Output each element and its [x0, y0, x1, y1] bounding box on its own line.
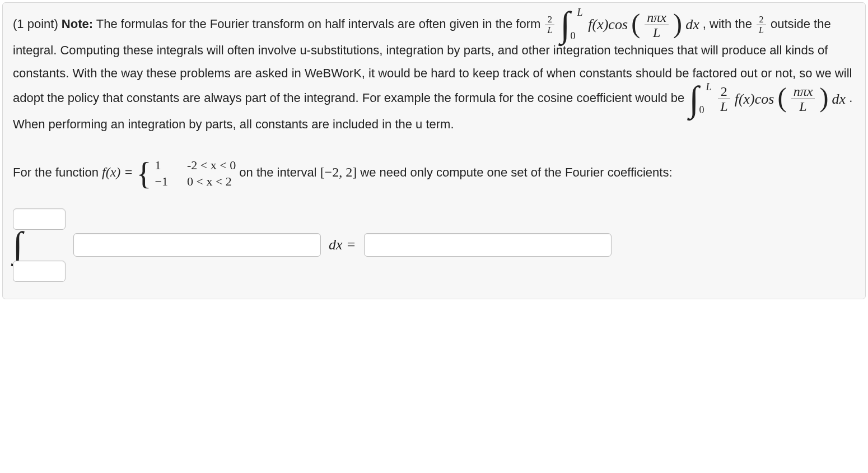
left-paren-icon: ( [778, 98, 787, 101]
fraction-2L-inside: 2 L [717, 85, 731, 113]
dx-equals-label: dx = [329, 231, 356, 258]
right-paren-icon: ) [673, 24, 682, 27]
fraction-2L-inline: 2 L [755, 15, 767, 35]
answer-row: ∫ dx = [13, 208, 855, 281]
question-tail-2: we need only compute one set of the Four… [357, 165, 672, 179]
piecewise-conditions: -2 < x < 0 0 < x < 2 [187, 157, 236, 189]
lower-limit-input[interactable] [13, 261, 66, 282]
integral-limits-inputs: ∫ [13, 208, 66, 281]
fraction-npix-L: nπx L [643, 11, 670, 39]
question-tail-1: on the interval [239, 165, 320, 179]
result-input[interactable] [364, 233, 612, 257]
dx-text: dx [685, 16, 699, 33]
integral-icon: ∫ L 0 [689, 89, 699, 110]
integrand-fx: f(x)cos [588, 16, 628, 33]
formula-1: 2 L ∫ L 0 f(x)cos ( nπx L ) dx [544, 17, 702, 31]
note-text-2: , with the [703, 17, 755, 31]
note-paragraph: (1 point) Note: The formulas for the Fou… [13, 11, 855, 136]
points-label: (1 point) [13, 17, 62, 31]
integrand-input[interactable] [73, 233, 321, 257]
note-label: Note: [62, 17, 93, 31]
question-paragraph: For the function f(x) = { 1 −1 -2 < x < … [13, 157, 855, 189]
integrand-fx-2: f(x)cos [735, 91, 774, 107]
question-lead: For the function [13, 165, 102, 179]
note-text-1: The formulas for the Fourier transform o… [93, 17, 544, 31]
piecewise-values: 1 −1 [155, 157, 168, 189]
integral-icon: ∫ [13, 234, 66, 256]
fraction-npix-L-2: nπx L [790, 85, 816, 113]
right-paren-icon: ) [819, 98, 828, 101]
fraction-2L-outside: 2 L [544, 15, 556, 35]
interval-text: [−2, 2] [320, 165, 357, 179]
problem-container: (1 point) Note: The formulas for the Fou… [2, 2, 866, 299]
dx-text-2: dx [832, 91, 846, 107]
left-paren-icon: ( [631, 24, 640, 27]
formula-2: ∫ L 0 2 L f(x)cos ( nπx L ) dx [688, 91, 849, 105]
fx-equals: f(x) = [102, 165, 137, 179]
integral-icon: ∫ L 0 [560, 14, 570, 35]
